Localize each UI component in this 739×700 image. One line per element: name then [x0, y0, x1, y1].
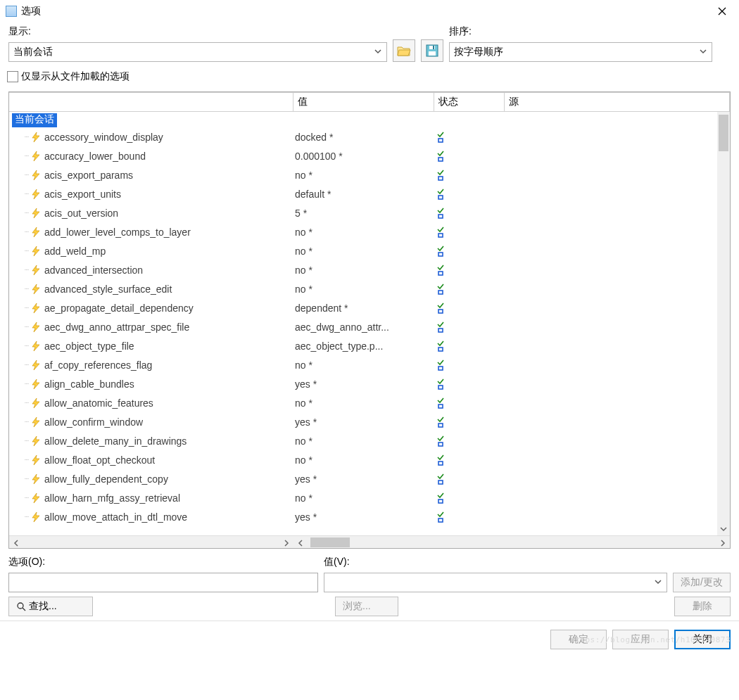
only-file-loaded-checkbox[interactable]: [7, 71, 18, 82]
value-field-label: 值(V):: [324, 556, 667, 570]
scroll-down-icon[interactable]: [719, 524, 728, 533]
table-row[interactable]: ┈align_cable_bundlesyes *: [9, 374, 730, 393]
option-name: af_copy_references_flag: [44, 359, 152, 371]
svg-rect-6: [438, 177, 443, 180]
svg-rect-8: [438, 215, 443, 218]
table-row[interactable]: ┈af_copy_references_flagno *: [9, 355, 730, 374]
value-select[interactable]: [324, 573, 667, 592]
status-icon: [436, 341, 446, 352]
status-icon: [436, 227, 446, 238]
scroll-thumb[interactable]: [719, 115, 728, 151]
table-row[interactable]: ┈aec_dwg_anno_attrpar_spec_fileaec_dwg_a…: [9, 317, 730, 336]
table-row[interactable]: ┈accessory_window_displaydocked *: [9, 127, 730, 146]
only-file-loaded-label: 仅显示从文件加載的选项: [21, 70, 130, 83]
status-icon: [436, 454, 446, 466]
option-value: no *: [293, 170, 434, 181]
svg-rect-10: [438, 253, 443, 256]
sort-select[interactable]: 按字母顺序: [449, 42, 712, 62]
svg-rect-1: [429, 51, 436, 56]
horizontal-scrollbar[interactable]: [9, 535, 730, 548]
status-icon: [436, 359, 446, 371]
display-select[interactable]: 当前会话: [8, 42, 387, 62]
table-row[interactable]: ┈acis_export_paramsno *: [9, 165, 730, 184]
apply-label: 应用: [631, 633, 650, 646]
scroll-left-icon[interactable]: [296, 538, 305, 547]
browse-label: 浏览...: [343, 600, 371, 613]
close-label: 关闭: [693, 633, 712, 646]
option-value: 0.000100 *: [293, 151, 434, 162]
table-row[interactable]: ┈advanced_style_surface_editno *: [9, 279, 730, 298]
status-icon: [436, 511, 446, 523]
table-row[interactable]: ┈add_lower_level_comps_to_layerno *: [9, 222, 730, 241]
options-grid: 值 状态 源 当前会话 ┈accessory_window_displaydoc…: [8, 91, 731, 549]
status-icon: [436, 284, 446, 295]
table-row[interactable]: ┈allow_move_attach_in_dtl_moveyes *: [9, 507, 730, 526]
table-row[interactable]: ┈allow_anatomic_featuresno *: [9, 393, 730, 412]
col-name-header[interactable]: [9, 92, 293, 112]
col-value-header[interactable]: 值: [293, 92, 434, 112]
table-row[interactable]: ┈accuracy_lower_bound0.000100 *: [9, 146, 730, 165]
option-value: docked *: [293, 132, 434, 143]
vertical-scrollbar[interactable]: [717, 112, 730, 535]
table-row[interactable]: ┈allow_confirm_windowyes *: [9, 412, 730, 431]
option-value: no *: [293, 227, 434, 238]
option-name: allow_delete_many_in_drawings: [44, 435, 187, 447]
option-value: no *: [293, 265, 434, 276]
table-row[interactable]: ┈add_weld_mpno *: [9, 241, 730, 260]
option-value: yes *: [293, 511, 434, 523]
option-input[interactable]: [8, 573, 318, 592]
find-button[interactable]: 查找...: [8, 597, 93, 616]
option-value: no *: [293, 284, 434, 295]
svg-rect-15: [438, 348, 443, 351]
window-title: 选项: [21, 5, 41, 18]
svg-rect-16: [438, 367, 443, 370]
col-status-header[interactable]: 状态: [434, 92, 505, 112]
svg-rect-11: [438, 272, 443, 275]
svg-rect-9: [438, 234, 443, 237]
scroll-right-icon[interactable]: [282, 538, 291, 547]
scroll-left-icon[interactable]: [12, 538, 20, 547]
table-row[interactable]: ┈allow_fully_dependent_copyyes *: [9, 469, 730, 488]
open-file-button[interactable]: [393, 39, 415, 62]
svg-rect-24: [438, 518, 443, 522]
option-value: no *: [293, 492, 434, 504]
svg-rect-21: [438, 462, 443, 465]
table-row[interactable]: ┈allow_float_opt_checkoutno *: [9, 450, 730, 469]
option-name: acis_export_units: [44, 189, 121, 200]
svg-rect-4: [438, 139, 443, 142]
option-name: add_lower_level_comps_to_layer: [44, 227, 191, 238]
table-row[interactable]: ┈aec_object_type_fileaec_object_type.p..…: [9, 336, 730, 355]
status-icon: [436, 322, 446, 333]
close-icon[interactable]: [711, 1, 733, 21]
add-change-label: 添加/更改: [681, 576, 723, 589]
table-row[interactable]: ┈advanced_intersectionno *: [9, 260, 730, 279]
scroll-right-icon[interactable]: [719, 538, 727, 547]
status-icon: [436, 303, 446, 314]
table-row[interactable]: ┈ae_propagate_detail_dependencydependent…: [9, 298, 730, 317]
window-icon: [6, 6, 17, 17]
close-button[interactable]: 关闭: [674, 630, 731, 649]
ok-button: 确定: [550, 630, 607, 649]
display-select-value: 当前会话: [13, 46, 53, 58]
option-name: ae_propagate_detail_dependency: [44, 303, 194, 314]
option-value: no *: [293, 454, 434, 466]
status-icon: [436, 397, 446, 409]
table-row[interactable]: ┈acis_export_unitsdefault *: [9, 184, 730, 203]
table-row[interactable]: ┈allow_harn_mfg_assy_retrievalno *: [9, 488, 730, 507]
option-name: allow_confirm_window: [44, 416, 143, 428]
group-tag[interactable]: 当前会话: [12, 113, 57, 127]
option-name: allow_fully_dependent_copy: [44, 473, 168, 485]
table-row[interactable]: ┈allow_delete_many_in_drawingsno *: [9, 431, 730, 450]
option-name: acis_export_params: [44, 170, 133, 181]
svg-rect-7: [438, 196, 443, 199]
scroll-thumb[interactable]: [310, 537, 350, 547]
status-icon: [436, 265, 446, 276]
status-icon: [436, 170, 446, 181]
save-file-button[interactable]: [421, 39, 443, 62]
option-value: no *: [293, 397, 434, 409]
col-source-header[interactable]: 源: [505, 92, 730, 112]
option-name: advanced_style_surface_edit: [44, 284, 172, 295]
svg-rect-12: [438, 291, 443, 294]
svg-rect-18: [438, 405, 443, 408]
table-row[interactable]: ┈acis_out_version5 *: [9, 203, 730, 222]
